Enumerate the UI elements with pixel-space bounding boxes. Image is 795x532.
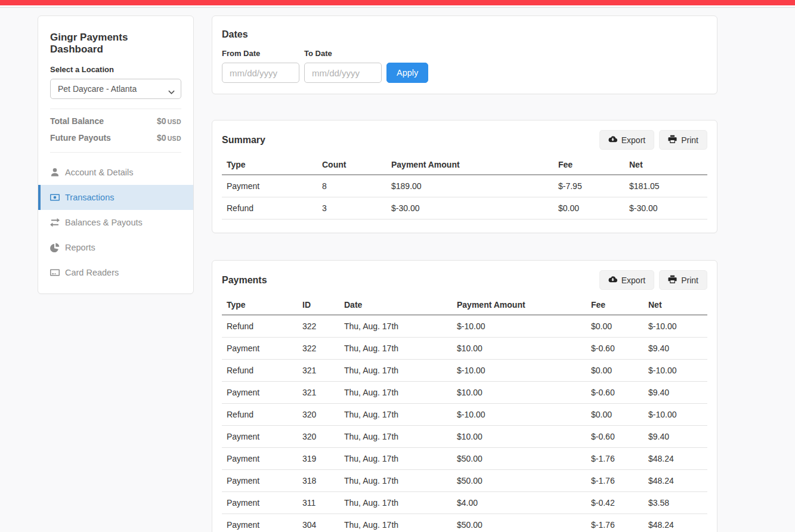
- table-cell: Refund: [222, 404, 298, 426]
- table-cell: 304: [298, 514, 339, 532]
- location-select[interactable]: Pet Daycare - Atlanta: [50, 79, 181, 99]
- table-cell: $48.24: [644, 470, 707, 492]
- credit-card-icon: [50, 268, 60, 277]
- summary-card: Summary Export Print: [212, 120, 717, 233]
- column-header: Fee: [553, 155, 624, 175]
- table-cell: 311: [298, 492, 339, 514]
- table-cell: $10.00: [452, 338, 586, 360]
- summary-table: Type Count Payment Amount Fee Net Paymen…: [222, 155, 707, 219]
- table-row: Payment321Thu, Aug. 17th$10.00$-0.60$9.4…: [222, 382, 707, 404]
- printer-icon: [668, 135, 677, 146]
- print-label: Print: [681, 276, 698, 285]
- table-cell: Payment: [222, 338, 298, 360]
- payments-table-body: Refund322Thu, Aug. 17th$-10.00$0.00$-10.…: [222, 315, 707, 532]
- table-cell: Thu, Aug. 17th: [339, 492, 452, 514]
- table-cell: Thu, Aug. 17th: [339, 404, 452, 426]
- balance-row: Future Payouts$0USD: [50, 133, 181, 143]
- sidebar-item-label: Balances & Payouts: [65, 218, 143, 227]
- table-cell: $-10.00: [452, 404, 586, 426]
- dates-title: Dates: [222, 29, 707, 40]
- print-button[interactable]: Print: [659, 130, 707, 150]
- table-cell: $10.00: [452, 426, 586, 448]
- divider: [50, 109, 181, 109]
- table-cell: $-1.76: [586, 514, 644, 532]
- table-cell: $48.24: [644, 514, 707, 532]
- table-cell: $-0.42: [586, 492, 644, 514]
- page-title: Gingr Payments Dashboard: [50, 32, 181, 55]
- sidebar-item-balances-payouts[interactable]: Balances & Payouts: [38, 210, 193, 235]
- export-button[interactable]: Export: [599, 130, 654, 150]
- table-cell: $-7.95: [553, 175, 624, 197]
- table-header-row: Type ID Date Payment Amount Fee Net: [222, 295, 707, 315]
- sidebar-item-label: Reports: [65, 243, 95, 252]
- sidebar-item-transactions[interactable]: Transactions: [38, 185, 193, 210]
- table-cell: $0.00: [586, 315, 644, 338]
- user-icon: [50, 168, 60, 177]
- table-header-row: Type Count Payment Amount Fee Net: [222, 155, 707, 175]
- column-header: Payment Amount: [386, 155, 553, 175]
- payments-title: Payments: [222, 275, 267, 286]
- pie-chart-icon: [50, 243, 60, 252]
- to-date-input[interactable]: [304, 63, 382, 83]
- export-button[interactable]: Export: [599, 270, 654, 290]
- table-cell: $3.58: [644, 492, 707, 514]
- payments-card: Payments Export Print: [212, 260, 717, 532]
- table-cell: Thu, Aug. 17th: [339, 514, 452, 532]
- table-cell: 3: [317, 197, 386, 219]
- column-header: Count: [317, 155, 386, 175]
- main-content: Dates From Date To Date Apply Summary: [212, 16, 717, 532]
- table-cell: 321: [298, 360, 339, 382]
- column-header: Date: [339, 295, 452, 315]
- table-cell: $-30.00: [624, 197, 707, 219]
- table-cell: Refund: [222, 315, 298, 338]
- summary-table-body: Payment8$189.00$-7.95$181.05Refund3$-30.…: [222, 175, 707, 219]
- table-cell: Refund: [222, 360, 298, 382]
- table-cell: Payment: [222, 426, 298, 448]
- table-row: Payment311Thu, Aug. 17th$4.00$-0.42$3.58: [222, 492, 707, 514]
- sidebar-item-reports[interactable]: Reports: [38, 235, 193, 260]
- balance-amount: $0: [157, 116, 166, 126]
- table-row: Payment8$189.00$-7.95$181.05: [222, 175, 707, 197]
- balance-currency: USD: [168, 135, 181, 142]
- table-cell: $0.00: [586, 404, 644, 426]
- sidebar: Gingr Payments Dashboard Select a Locati…: [38, 16, 194, 294]
- table-cell: $-10.00: [452, 315, 586, 338]
- table-cell: 8: [317, 175, 386, 197]
- sidebar-item-label: Card Readers: [65, 268, 119, 277]
- table-cell: $0.00: [553, 197, 624, 219]
- table-row: Refund321Thu, Aug. 17th$-10.00$0.00$-10.…: [222, 360, 707, 382]
- balance-value: $0USD: [157, 116, 181, 126]
- table-cell: $9.40: [644, 426, 707, 448]
- column-header: ID: [298, 295, 339, 315]
- apply-button[interactable]: Apply: [386, 63, 428, 83]
- column-header: Payment Amount: [452, 295, 586, 315]
- table-cell: Payment: [222, 470, 298, 492]
- balance-row: Total Balance$0USD: [50, 116, 181, 126]
- table-cell: Thu, Aug. 17th: [339, 315, 452, 338]
- cloud-download-icon: [608, 275, 617, 286]
- page-layout: Gingr Payments Dashboard Select a Locati…: [0, 8, 795, 532]
- table-cell: $181.05: [624, 175, 707, 197]
- table-cell: $-10.00: [452, 360, 586, 382]
- table-cell: $0.00: [586, 360, 644, 382]
- column-header: Type: [222, 155, 317, 175]
- table-cell: Thu, Aug. 17th: [339, 360, 452, 382]
- sidebar-item-card-readers[interactable]: Card Readers: [38, 260, 193, 285]
- money-bill-icon: [50, 193, 60, 202]
- print-button[interactable]: Print: [659, 270, 707, 290]
- from-date-input[interactable]: [222, 63, 299, 83]
- table-cell: 322: [298, 315, 339, 338]
- exchange-icon: [50, 218, 60, 227]
- dates-card: Dates From Date To Date Apply: [212, 16, 717, 94]
- sidebar-item-label: Account & Details: [65, 168, 133, 177]
- table-cell: 319: [298, 448, 339, 470]
- sidebar-menu: Account & DetailsTransactionsBalances & …: [38, 160, 193, 285]
- balance-currency: USD: [168, 118, 181, 125]
- sidebar-item-account-details[interactable]: Account & Details: [38, 160, 193, 185]
- print-label: Print: [681, 135, 698, 145]
- location-label: Select a Location: [50, 65, 181, 74]
- table-row: Payment304Thu, Aug. 17th$50.00$-1.76$48.…: [222, 514, 707, 532]
- table-cell: $-30.00: [386, 197, 553, 219]
- table-cell: $-10.00: [644, 404, 707, 426]
- table-row: Refund320Thu, Aug. 17th$-10.00$0.00$-10.…: [222, 404, 707, 426]
